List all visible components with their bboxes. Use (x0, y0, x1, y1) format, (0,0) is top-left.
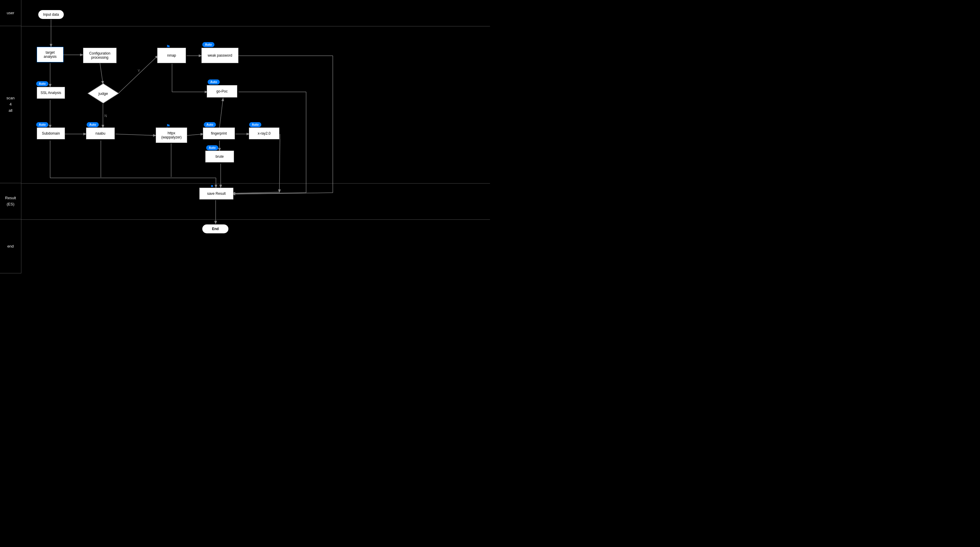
svg-text:judge: judge (98, 91, 108, 96)
lane-scan-label: scan4all (0, 26, 21, 183)
subdomain-node: Subdomain (37, 127, 65, 139)
end-node: End (202, 224, 229, 234)
lane-result-label: Result(ES) (0, 183, 21, 219)
save-result-node: save Result (199, 188, 234, 200)
svg-line-15 (186, 134, 203, 135)
weak-password-node: weak password (201, 48, 239, 63)
divider-3 (21, 219, 490, 220)
target-analysis-node: targetanalysis (37, 47, 64, 62)
svg-line-24 (232, 193, 306, 194)
svg-text:N: N (104, 114, 107, 118)
weak-password-auto-badge: Auto (202, 42, 215, 47)
config-processing-node: Configurationprocessing (83, 48, 116, 63)
ssl-analysis-node: SSL Analysis (37, 87, 65, 99)
subdomain-auto-badge: Auto (36, 122, 48, 127)
input-data-node: Input data (38, 10, 64, 19)
gopoc-auto-badge: Auto (208, 80, 220, 84)
brute-node: brute (205, 151, 234, 162)
xray-auto-badge: Auto (249, 122, 261, 127)
lane-user-label: user (0, 0, 21, 26)
svg-line-21 (232, 193, 333, 194)
svg-line-6 (118, 56, 158, 94)
naabu-auto-badge: Auto (87, 122, 99, 127)
httpx-node: httpx(wappalyzer) (156, 127, 187, 143)
svg-line-18 (220, 99, 223, 127)
svg-line-10 (115, 134, 156, 135)
xray-node: x-ray2.0 (249, 127, 279, 139)
diagram-area: Y N (21, 0, 490, 274)
lane-end-label: end (0, 219, 21, 274)
lane-labels: user scan4all Result(ES) end (0, 0, 21, 274)
judge-node: judge (87, 83, 119, 104)
diagram-container: user scan4all Result(ES) end (0, 0, 490, 274)
ssl-auto-badge: Auto (36, 81, 48, 86)
naabu-node: naabu (86, 127, 115, 139)
svg-text:Y: Y (138, 69, 140, 73)
svg-line-5 (100, 63, 103, 84)
go-poc-node: go-Poc (207, 85, 237, 97)
nmap-node: nmap (157, 48, 186, 63)
brute-auto-badge: Auto (206, 145, 218, 150)
svg-line-26 (232, 192, 279, 193)
fingerprint-auto-badge: Auto (204, 122, 216, 127)
fingerprint-node: fingerprint (203, 127, 235, 139)
